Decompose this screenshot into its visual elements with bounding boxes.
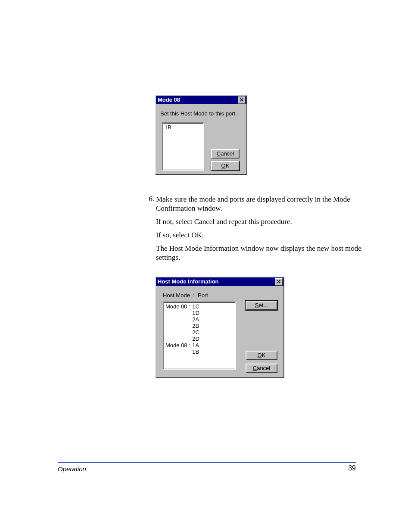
dialog-message: Set this Host Mode to this port. xyxy=(160,110,242,117)
close-icon[interactable]: ✕ xyxy=(275,278,283,286)
separator-cell xyxy=(189,336,193,342)
host-mode-listbox[interactable]: Mode 00:1C1D2A2B2C2DMode 08:1A1B xyxy=(163,302,236,370)
ok-button[interactable]: OK xyxy=(246,351,277,360)
host-mode-information-dialog: Host Mode Information ✕ Host Mode : Port… xyxy=(155,277,284,378)
table-row[interactable]: Mode 08:1A xyxy=(165,342,201,348)
cancel-button[interactable]: Cancel xyxy=(211,149,240,159)
table-row[interactable]: 1D xyxy=(165,310,201,316)
port-listbox[interactable]: 1B xyxy=(162,122,204,171)
list-item[interactable]: 1B xyxy=(165,124,202,131)
close-icon[interactable]: ✕ xyxy=(238,96,246,104)
port-cell: 1C xyxy=(192,303,201,310)
body-text: If so, select OK. xyxy=(156,230,363,240)
separator-cell: : xyxy=(189,303,193,310)
port-cell: 2A xyxy=(192,316,201,323)
dialog-titlebar[interactable]: Mode 08 ✕ xyxy=(156,96,246,104)
list-header: Host Mode : Port xyxy=(163,292,279,299)
footer-rule xyxy=(58,462,356,463)
body-text: The Host Mode Information window now dis… xyxy=(156,244,363,262)
table-row[interactable]: 1B xyxy=(165,348,201,355)
port-cell: 2C xyxy=(192,329,201,336)
port-cell: 1B xyxy=(192,348,201,355)
table-row[interactable]: 2A xyxy=(165,316,201,323)
step-number: 6. xyxy=(143,195,154,203)
port-cell: 1D xyxy=(192,310,201,316)
page-number: 39 xyxy=(348,464,356,472)
mode-confirmation-dialog: Mode 08 ✕ Set this Host Mode to this por… xyxy=(155,95,247,175)
separator-cell xyxy=(189,329,193,336)
separator-cell xyxy=(189,316,193,323)
set-button[interactable]: Set... xyxy=(246,301,277,310)
mode-cell: Mode 08 xyxy=(165,342,189,348)
port-cell: 2B xyxy=(192,323,201,329)
mode-cell xyxy=(165,323,189,329)
cancel-button[interactable]: Cancel xyxy=(246,364,277,373)
dialog-title: Mode 08 xyxy=(158,96,180,104)
mode-cell xyxy=(165,336,189,342)
ok-button[interactable]: OK xyxy=(211,161,240,171)
mode-cell xyxy=(165,348,189,355)
mode-cell xyxy=(165,310,189,316)
dialog-title: Host Mode Information xyxy=(158,277,219,286)
table-row[interactable]: 2D xyxy=(165,336,201,342)
step-text: Make sure the mode and ports are display… xyxy=(156,195,363,213)
separator-cell xyxy=(189,310,193,316)
port-cell: 1A xyxy=(192,342,201,348)
separator-cell xyxy=(189,348,193,355)
table-row[interactable]: Mode 00:1C xyxy=(165,303,201,310)
separator-cell xyxy=(189,323,193,329)
mode-cell xyxy=(165,329,189,336)
dialog-titlebar[interactable]: Host Mode Information ✕ xyxy=(156,277,283,286)
mode-cell: Mode 00 xyxy=(165,303,189,310)
separator-cell: : xyxy=(189,342,193,348)
port-cell: 2D xyxy=(192,336,201,342)
table-row[interactable]: 2C xyxy=(165,329,201,336)
body-text: If not, select Cancel and repeat this pr… xyxy=(156,217,363,226)
mode-cell xyxy=(165,316,189,323)
footer-section-title: Operation xyxy=(58,465,86,473)
table-row[interactable]: 2B xyxy=(165,323,201,329)
